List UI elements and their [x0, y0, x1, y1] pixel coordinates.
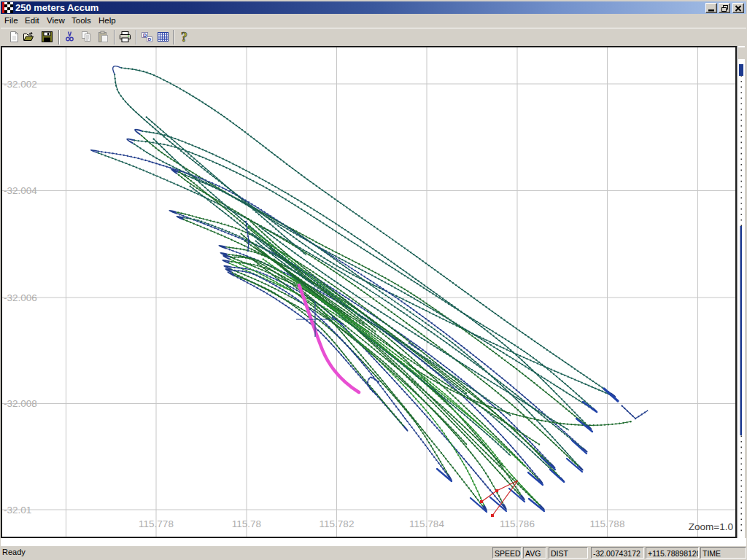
svg-text:115.786: 115.786 — [500, 518, 535, 529]
svg-text:115.784: 115.784 — [409, 518, 444, 529]
svg-text:-32.002: -32.002 — [4, 79, 37, 90]
svg-text:115.78: 115.78 — [232, 518, 261, 529]
svg-text:-32.006: -32.006 — [4, 292, 37, 303]
svg-text:-32.004: -32.004 — [4, 185, 37, 196]
svg-text:-32.008: -32.008 — [4, 398, 37, 409]
svg-text:-32.01: -32.01 — [4, 505, 31, 516]
svg-text:115.782: 115.782 — [320, 518, 355, 529]
svg-text:D: D — [148, 37, 152, 42]
svg-text:Zoom=1.0: Zoom=1.0 — [689, 521, 733, 532]
svg-text:?: ? — [181, 31, 187, 43]
svg-text:D: D — [143, 33, 147, 38]
svg-text:115.788: 115.788 — [590, 518, 625, 529]
svg-text:115.778: 115.778 — [139, 518, 174, 529]
